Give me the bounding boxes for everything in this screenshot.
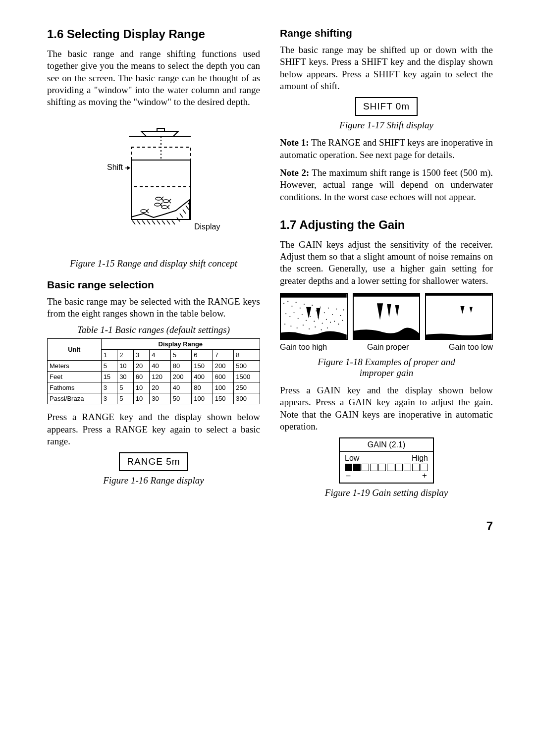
- svg-marker-4: [127, 166, 130, 170]
- svg-point-59: [297, 327, 298, 328]
- gain-plus-icon: +: [422, 471, 427, 480]
- para-basic-range: The basic range may be selected with the…: [47, 296, 260, 320]
- val-cell: 30: [150, 393, 171, 404]
- gain-example-proper: [353, 293, 421, 340]
- val-cell: 40: [150, 361, 171, 372]
- para-gain-key: Press a GAIN key and the display shown b…: [280, 384, 493, 432]
- svg-line-21: [180, 214, 183, 217]
- gain-square-icon: [395, 464, 403, 471]
- svg-line-22: [183, 210, 186, 214]
- svg-point-53: [330, 322, 331, 323]
- val-cell: 1500: [234, 372, 260, 382]
- svg-point-7: [163, 200, 169, 203]
- gain-square-icon: [387, 464, 394, 471]
- figure-1-17-caption: Figure 1-17 Shift display: [280, 120, 493, 131]
- colnum: 5: [170, 350, 192, 361]
- svg-point-37: [328, 308, 329, 309]
- section-1-6-title: 1.6 Selecting Display Range: [47, 27, 260, 41]
- val-cell: 20: [150, 382, 171, 393]
- shift-display-box: SHIFT 0m: [355, 97, 418, 116]
- svg-point-33: [312, 305, 313, 306]
- val-cell: 10: [117, 361, 134, 372]
- val-cell: 3: [101, 382, 117, 393]
- section-1-7-title: 1.7 Adjusting the Gain: [280, 218, 493, 232]
- colnum: 6: [192, 350, 213, 361]
- svg-line-14: [147, 220, 150, 224]
- val-cell: 400: [192, 372, 213, 382]
- svg-point-9: [161, 206, 167, 209]
- val-cell: 300: [234, 393, 260, 404]
- svg-point-30: [300, 308, 301, 309]
- note-2-label: Note 2:: [280, 167, 309, 178]
- svg-point-51: [322, 323, 323, 324]
- colnum: 2: [117, 350, 134, 361]
- table-header-row-1: Unit Display Range: [48, 339, 260, 350]
- svg-point-39: [336, 309, 337, 310]
- svg-point-64: [327, 327, 328, 328]
- basic-ranges-table: Unit Display Range 1 2 3 4 5 6 7 8 Meter…: [47, 338, 260, 404]
- svg-point-10: [141, 210, 147, 213]
- svg-line-23: [186, 206, 189, 210]
- val-cell: 10: [133, 382, 150, 393]
- svg-rect-65: [354, 294, 420, 297]
- table-row: Feet 15 30 60 120 200 400 600 1500: [48, 372, 260, 382]
- gain-low-label: Low: [345, 454, 359, 463]
- para-range-key: Press a RANGE key and the display shown …: [47, 411, 260, 447]
- unit-cell: Fathoms: [48, 382, 102, 393]
- unit-cell: Meters: [48, 361, 102, 372]
- range-shifting-heading: Range shifting: [280, 27, 493, 39]
- val-cell: 60: [133, 372, 150, 382]
- gain-label-proper: Gain proper: [367, 343, 409, 352]
- val-cell: 15: [101, 372, 117, 382]
- svg-line-16: [157, 220, 160, 224]
- svg-point-43: [289, 316, 290, 317]
- val-cell: 250: [234, 382, 260, 393]
- svg-line-13: [142, 220, 145, 224]
- gain-square-icon: [421, 464, 428, 471]
- svg-rect-66: [426, 294, 492, 296]
- svg-line-19: [172, 220, 175, 224]
- note-1-label: Note 1:: [280, 137, 309, 148]
- para-gain-intro: The GAIN keys adjust the sensitivity of …: [280, 239, 493, 287]
- val-cell: 5: [101, 361, 117, 372]
- val-cell: 20: [133, 361, 150, 372]
- val-cell: 100: [213, 382, 234, 393]
- gain-minus-icon: –: [346, 471, 350, 480]
- svg-rect-2: [131, 147, 191, 187]
- svg-point-6: [156, 197, 161, 200]
- gain-square-icon: [362, 464, 369, 471]
- val-cell: 150: [213, 393, 234, 404]
- display-label-text: Display: [194, 222, 220, 231]
- svg-point-27: [287, 301, 288, 302]
- svg-point-56: [342, 320, 343, 321]
- shift-label-text: Shift: [107, 163, 123, 171]
- table-1-1-caption: Table 1-1 Basic ranges (default settings…: [47, 324, 260, 335]
- val-cell: 80: [170, 361, 192, 372]
- note-2: Note 2: The maximum shift range is 1500 …: [280, 167, 493, 203]
- svg-point-41: [343, 310, 344, 311]
- svg-line-12: [137, 220, 140, 224]
- val-cell: 10: [133, 393, 150, 404]
- gain-meter-box: GAIN (2.1) Low High: [339, 437, 434, 484]
- svg-point-44: [294, 312, 295, 313]
- gain-square-icon: [412, 464, 420, 471]
- svg-point-46: [302, 314, 303, 315]
- gain-square-icon: [404, 464, 411, 471]
- gain-high-label: High: [412, 454, 428, 463]
- svg-rect-25: [281, 294, 347, 298]
- val-cell: 50: [170, 393, 192, 404]
- gain-label-high: Gain too high: [280, 343, 327, 352]
- svg-line-11: [132, 220, 135, 224]
- table-row: Passi/Braza 3 5 10 30 50 100 150 300: [48, 393, 260, 404]
- svg-point-31: [304, 304, 305, 305]
- table-row: Meters 5 10 20 40 80 150 200 500: [48, 361, 260, 372]
- gain-label-low: Gain too low: [449, 343, 493, 352]
- svg-rect-5: [131, 160, 191, 219]
- unit-header: Unit: [48, 339, 102, 361]
- svg-point-61: [309, 328, 310, 329]
- svg-line-17: [162, 220, 165, 224]
- shift-concept-svg: Shift: [79, 125, 228, 254]
- svg-point-36: [324, 312, 325, 313]
- val-cell: 3: [101, 393, 117, 404]
- val-cell: 5: [117, 393, 134, 404]
